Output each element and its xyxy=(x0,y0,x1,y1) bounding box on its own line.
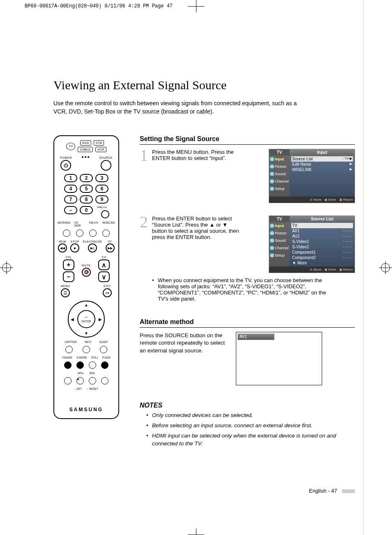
osd1-foot-return: Return xyxy=(339,198,353,201)
menu-button: ☰ xyxy=(61,288,70,297)
osd-side-item: Setup xyxy=(269,252,290,259)
osd-side-item: Channel xyxy=(269,178,290,185)
brand-label: SAMSUNG xyxy=(69,407,103,412)
num-7: 7 xyxy=(64,195,77,204)
mts-label: MTS xyxy=(78,372,83,375)
osd2-foot-move: Move xyxy=(310,268,321,271)
smode-label: S.MODE xyxy=(76,356,87,359)
pmode-label: P.MODE xyxy=(62,356,72,359)
micro-labels: ANTENNA CH MGR FAV.CH WISELINK xyxy=(58,221,115,227)
step-1-text: Press the MENU button. Press the ENTER b… xyxy=(152,149,242,195)
page-title: Viewing an External Signal Source xyxy=(53,78,355,92)
caption-button xyxy=(65,346,73,353)
vol-down: – xyxy=(63,271,74,282)
step-number-1: 1 xyxy=(140,149,148,195)
caption-label: CAPTION xyxy=(65,340,76,343)
osd-row: AV2: - - - - xyxy=(291,234,353,239)
psize-label: P.SIZE xyxy=(102,356,111,359)
vol-up: + xyxy=(63,259,74,270)
osd-side-item: Sound xyxy=(269,237,290,244)
menu-label: MENU xyxy=(61,285,70,287)
page-header: BP68-00617A-00Eng(028~049) 8/11/06 4:28 … xyxy=(25,3,173,9)
antenna-button xyxy=(63,229,70,237)
ch-label: CH xyxy=(101,256,106,259)
mute-label: MUTE xyxy=(82,264,91,267)
osd2-title: Source List xyxy=(290,216,355,222)
transport-row: REW◀◀ STOP■ PLAY/PAUSE▶|| FF▶▶ xyxy=(58,240,115,252)
osd-row: TV xyxy=(291,223,353,228)
num-2: 2 xyxy=(80,174,93,182)
mute-button: 🔇 xyxy=(82,268,91,277)
play-button: ▶|| xyxy=(88,243,97,252)
enter-icon: ↩ xyxy=(85,316,88,319)
source-label: SOURCE xyxy=(99,156,113,159)
prech-label: PRE-CH xyxy=(95,206,108,208)
antenna-label: ANTENNA xyxy=(58,221,70,227)
remote-vcr-button: VCR xyxy=(95,147,106,152)
osd1-title: Input xyxy=(290,149,355,155)
step-2-text: Press the ENTER button to select “Source… xyxy=(152,215,239,240)
num-5: 5 xyxy=(80,185,93,193)
enter-label: ENTER xyxy=(81,320,91,323)
power-button: ⏻ xyxy=(60,160,71,171)
enter-ring: ▲ ▼ ◀ ▶ ↩ ENTER xyxy=(68,301,105,338)
page-footer: English - 47 xyxy=(309,488,355,494)
ch-up: ∧ xyxy=(98,259,110,270)
number-pad: 1 2 3 4 5 6 7 8 9 – 0 PRE-CH xyxy=(64,174,108,214)
osd-row: Source List: TV ▶ xyxy=(291,156,353,162)
osd-side-item: Input xyxy=(269,155,290,163)
mts-button xyxy=(64,377,71,384)
osd-side-item: Picture xyxy=(269,163,290,170)
stop-label: STOP xyxy=(71,240,79,243)
alt-screen-bar: AV1 xyxy=(238,334,274,340)
still-label: STILL xyxy=(91,356,98,359)
still-button xyxy=(89,361,96,369)
num-6: 6 xyxy=(95,185,108,193)
osd-row: Edit Name ▶ xyxy=(291,162,353,167)
osd-row: S-Video1: - - - - xyxy=(291,239,353,244)
wiselink-label: WISELINK xyxy=(102,221,115,227)
vol-label: VOL xyxy=(65,256,72,259)
psize-button xyxy=(101,361,108,369)
blank-button-2 xyxy=(101,377,108,384)
sleep-button xyxy=(100,346,107,353)
smode-button xyxy=(76,361,84,369)
alt-screen: AV1 xyxy=(236,332,322,385)
section-title-alt: Alternate method xyxy=(140,318,355,328)
osd-row: Component2: - - - - xyxy=(291,255,353,260)
osd-source-list: TV Source List InputPictureSoundChannelS… xyxy=(269,215,355,273)
up-arrow-icon: ▲ xyxy=(84,303,88,307)
osd-row: AV1: - - - - xyxy=(291,228,353,234)
osd-side-item: Sound xyxy=(269,170,290,178)
rew-button: ◀◀ xyxy=(58,243,67,252)
sleep-label: SLEEP xyxy=(99,340,108,343)
reset-label: ○ RESET xyxy=(87,387,98,390)
num-dash: – xyxy=(64,206,77,214)
vertical-rule xyxy=(363,0,364,535)
osd2-foot-enter: Enter xyxy=(325,268,336,271)
osd-side-item: Input xyxy=(269,222,290,229)
blank-button-1 xyxy=(89,377,96,384)
pmode-button xyxy=(64,361,71,369)
favch-label: FAV.CH xyxy=(89,221,98,227)
source-button xyxy=(101,160,111,171)
registration-left xyxy=(2,263,11,272)
ff-button: ▶▶ xyxy=(106,243,115,252)
left-arrow-icon: ◀ xyxy=(71,317,74,322)
osd2-foot-return: Return xyxy=(339,268,353,271)
note-item: Before selecting an input source, connec… xyxy=(146,422,355,430)
remote-cable-button: CABLE xyxy=(78,147,92,152)
num-0: 0 xyxy=(80,206,93,214)
chmgr-label: CH MGR xyxy=(74,221,85,227)
chmgr-button xyxy=(76,229,83,237)
osd1-brand: TV xyxy=(269,149,290,155)
power-label: POWER xyxy=(60,156,72,159)
ch-down: ∨ xyxy=(98,271,110,282)
num-9: 9 xyxy=(95,195,108,204)
prech-button xyxy=(101,210,109,218)
osd-row: S-Video2: - - - - xyxy=(291,244,353,250)
exit-button: ↦ xyxy=(103,288,112,297)
play-label: PLAY/PAUSE xyxy=(83,240,102,243)
remote-illustration: TV DVD STB CABLE VCR POWER xyxy=(53,135,119,419)
set-label: ○ SET xyxy=(74,387,82,390)
